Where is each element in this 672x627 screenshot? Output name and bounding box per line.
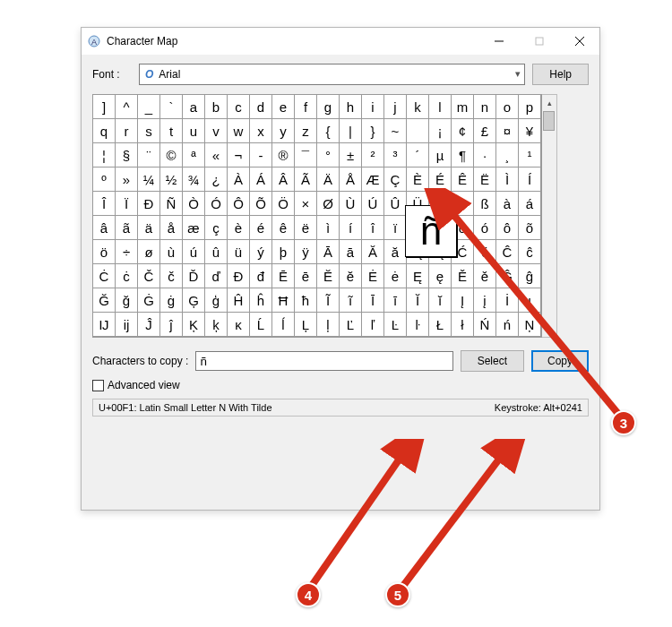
char-cell[interactable]: ê <box>272 216 295 240</box>
char-cell[interactable]: â <box>93 216 116 240</box>
char-cell[interactable]: ° <box>317 143 340 167</box>
char-cell[interactable]: ¦ <box>93 143 116 167</box>
char-cell[interactable]: ^ <box>116 95 138 119</box>
characters-to-copy-input[interactable] <box>195 351 452 371</box>
char-cell[interactable]: Ó <box>205 192 228 216</box>
char-cell[interactable]: ¬ <box>228 143 250 167</box>
char-cell[interactable]: v <box>205 119 228 143</box>
char-cell[interactable]: k <box>407 95 429 119</box>
char-cell[interactable]: ¡ <box>429 119 452 143</box>
char-cell[interactable]: r <box>116 119 138 143</box>
char-cell[interactable]: d <box>250 95 272 119</box>
minimize-button[interactable] <box>478 28 519 55</box>
char-cell[interactable]: ù <box>160 240 183 264</box>
char-cell[interactable]: ¤ <box>496 119 519 143</box>
char-cell[interactable]: ä <box>138 216 160 240</box>
char-cell[interactable]: n <box>474 95 496 119</box>
char-cell[interactable]: p <box>519 95 541 119</box>
char-cell[interactable]: ď <box>205 264 228 288</box>
char-cell[interactable]: ċ <box>116 264 138 288</box>
advanced-view-checkbox[interactable] <box>92 380 104 391</box>
char-cell[interactable]: ĺ <box>272 313 295 337</box>
char-cell[interactable]: Ā <box>317 240 340 264</box>
char-cell[interactable]: ± <box>340 143 362 167</box>
char-cell[interactable]: Ħ <box>272 288 295 313</box>
scroll-up-icon[interactable]: ▴ <box>542 95 556 110</box>
char-cell[interactable]: x <box>250 119 272 143</box>
char-cell[interactable]: Ď <box>183 264 205 288</box>
char-cell[interactable]: ¯ <box>295 143 317 167</box>
char-cell[interactable]: ½ <box>160 167 183 192</box>
char-cell[interactable]: × <box>295 192 317 216</box>
char-cell[interactable]: ģ <box>205 288 228 313</box>
char-cell[interactable]: µ <box>429 143 452 167</box>
char-cell[interactable]: ì <box>317 216 340 240</box>
char-cell[interactable]: è <box>228 216 250 240</box>
char-cell[interactable]: o <box>496 95 519 119</box>
char-cell[interactable]: Ĕ <box>317 264 340 288</box>
char-cell[interactable]: Å <box>340 167 362 192</box>
char-cell[interactable]: ĸ <box>228 313 250 337</box>
char-cell[interactable]: q <box>93 119 116 143</box>
char-cell[interactable]: ¶ <box>452 143 474 167</box>
char-cell[interactable]: ö <box>93 240 116 264</box>
char-cell[interactable]: Đ <box>228 264 250 288</box>
char-cell[interactable]: · <box>474 143 496 167</box>
char-cell[interactable]: ª <box>183 143 205 167</box>
char-cell[interactable]: ú <box>183 240 205 264</box>
font-select[interactable]: O Arial ▾ <box>139 64 525 85</box>
char-cell[interactable]: č <box>160 264 183 288</box>
char-cell[interactable]: Ĵ <box>138 313 160 337</box>
char-cell[interactable]: Ĥ <box>228 288 250 313</box>
maximize-button[interactable] <box>519 28 559 55</box>
close-button[interactable] <box>559 28 599 55</box>
char-cell[interactable]: ā <box>340 240 362 264</box>
char-cell[interactable]: g <box>317 95 340 119</box>
char-cell[interactable]: z <box>295 119 317 143</box>
char-cell[interactable]: Ļ <box>295 313 317 337</box>
char-cell[interactable]: Ù <box>340 192 362 216</box>
char-cell[interactable]: h <box>340 95 362 119</box>
char-cell[interactable]: © <box>160 143 183 167</box>
char-cell[interactable]: Á <box>250 167 272 192</box>
char-cell[interactable]: đ <box>250 264 272 288</box>
char-cell[interactable]: ] <box>93 95 116 119</box>
char-cell[interactable]: Æ <box>362 167 384 192</box>
char-cell[interactable]: Ñ <box>160 192 183 216</box>
char-cell[interactable]: Ï <box>116 192 138 216</box>
char-cell[interactable]: Ķ <box>183 313 205 337</box>
char-cell[interactable]: ¢ <box>452 119 474 143</box>
char-cell[interactable]: s <box>138 119 160 143</box>
char-cell[interactable]: Õ <box>250 192 272 216</box>
char-cell[interactable]: ï <box>384 216 407 240</box>
char-cell[interactable]: w <box>228 119 250 143</box>
help-button[interactable]: Help <box>532 64 589 85</box>
char-cell[interactable]: Ò <box>183 192 205 216</box>
char-cell[interactable]: ¿ <box>205 167 228 192</box>
char-cell[interactable]: l <box>429 95 452 119</box>
char-cell[interactable]: Ă <box>362 240 384 264</box>
char-cell[interactable]: b <box>205 95 228 119</box>
char-cell[interactable]: ľ <box>362 313 384 337</box>
char-cell[interactable]: « <box>205 143 228 167</box>
char-cell[interactable] <box>407 119 429 143</box>
char-cell[interactable]: æ <box>183 216 205 240</box>
char-cell[interactable]: u <box>183 119 205 143</box>
scroll-thumb[interactable] <box>543 111 555 131</box>
char-cell[interactable]: Ã <box>295 167 317 192</box>
char-cell[interactable]: Â <box>272 167 295 192</box>
char-cell[interactable]: ë <box>295 216 317 240</box>
char-cell[interactable]: § <box>116 143 138 167</box>
char-cell[interactable]: Î <box>93 192 116 216</box>
char-cell[interactable]: Ī <box>362 288 384 313</box>
char-cell[interactable]: ¹ <box>519 143 541 167</box>
char-cell[interactable]: ¸ <box>496 143 519 167</box>
char-cell[interactable]: ĵ <box>160 313 183 337</box>
char-cell[interactable]: Č <box>138 264 160 288</box>
char-cell[interactable]: ē <box>295 264 317 288</box>
char-cell[interactable]: å <box>160 216 183 240</box>
char-cell[interactable]: ¾ <box>183 167 205 192</box>
char-cell[interactable]: û <box>205 240 228 264</box>
char-cell[interactable]: Ö <box>272 192 295 216</box>
char-cell[interactable]: ġ <box>160 288 183 313</box>
